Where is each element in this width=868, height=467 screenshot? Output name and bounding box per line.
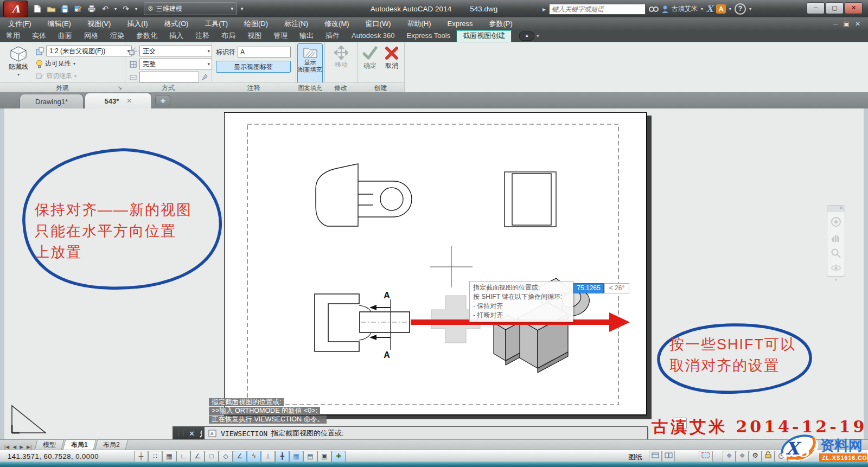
tab-nav-next-icon[interactable]: ▶: [20, 444, 23, 450]
identifier-input[interactable]: [238, 47, 291, 57]
command-close-icon[interactable]: ✕: [189, 430, 195, 438]
paper-model-button[interactable]: 图纸: [628, 452, 642, 462]
redo-button[interactable]: ↷: [120, 3, 132, 15]
a360-icon[interactable]: A: [716, 4, 725, 14]
hidden-lines-button[interactable]: 隐藏线 ▾: [3, 43, 34, 84]
toggle-grid-display[interactable]: ▦: [162, 451, 176, 462]
quick-view-layouts-icon[interactable]: [649, 451, 662, 462]
command-input-area[interactable]: A VIEWSECTION 指定截面视图的位置或:: [205, 427, 647, 439]
ribbon-minimize-icon[interactable]: ▲: [519, 31, 534, 41]
workspace-switcher[interactable]: ⚙ 三维建模 ▾: [144, 2, 237, 15]
projection-combobox[interactable]: 正交 ▾: [139, 46, 212, 56]
ribbon-tab-layout[interactable]: 布局: [215, 30, 241, 42]
quick-view-drawings-icon[interactable]: [662, 451, 675, 462]
toggle-object-snap-tracking[interactable]: ∠: [233, 451, 247, 462]
user-dropdown-icon[interactable]: ▾: [701, 7, 703, 11]
orbit-icon[interactable]: [831, 264, 841, 272]
a360-dropdown-icon[interactable]: ▾: [729, 7, 731, 11]
signed-in-user[interactable]: 古滇艾米: [672, 4, 698, 14]
menu-dimension[interactable]: 标注(N): [276, 17, 316, 30]
toggle-selection-cycling[interactable]: ✚: [331, 451, 346, 462]
help-dropdown-icon[interactable]: ▾: [749, 7, 751, 11]
panel-launcher-icon[interactable]: ↘: [118, 83, 122, 93]
ribbon-tab-solid[interactable]: 实体: [26, 30, 52, 42]
dynamic-input-angle[interactable]: < 26°: [604, 283, 629, 293]
navbar-more-icon[interactable]: ▾: [835, 277, 837, 282]
redo-dropdown-icon[interactable]: ▾: [133, 3, 139, 15]
drawing-canvas[interactable]: A A: [4, 108, 864, 439]
menu-window[interactable]: 窗口(W): [358, 17, 399, 30]
toggle-object-snap[interactable]: □: [205, 451, 219, 462]
tab-layout2[interactable]: 布局2: [95, 439, 129, 450]
depth-pick-icon[interactable]: [201, 73, 209, 81]
menu-insert[interactable]: 插入(I): [119, 17, 156, 30]
ok-button[interactable]: 确定: [359, 43, 381, 84]
menu-draw[interactable]: 绘图(D): [236, 17, 276, 30]
doc-close-icon[interactable]: ✕: [855, 17, 860, 30]
ribbon-tab-express-tools[interactable]: Express Tools: [401, 30, 457, 42]
coordinates-display[interactable]: 141.3571, 60.7528, 0.0000: [8, 452, 99, 460]
ribbon-tab-surface[interactable]: 曲面: [52, 30, 78, 42]
panel-footer-appearance[interactable]: 外观 ↘: [0, 82, 125, 93]
tab-layout1[interactable]: 布局1: [63, 439, 97, 450]
file-tab-drawing1[interactable]: Drawing1*: [20, 94, 84, 108]
menu-file[interactable]: 文件(F): [0, 17, 40, 30]
menu-modify[interactable]: 修改(M): [316, 17, 358, 30]
toggle-ortho-mode[interactable]: ∟: [176, 451, 190, 462]
pan-hand-icon[interactable]: [831, 232, 841, 243]
new-drawing-tab-button[interactable]: ✚: [155, 95, 170, 106]
zoom-icon[interactable]: [831, 248, 841, 259]
workspace-gear-icon[interactable]: ⚙: [749, 451, 762, 462]
open-file-icon[interactable]: [45, 3, 57, 15]
menu-edit[interactable]: 编辑(E): [40, 17, 79, 30]
panel-footer-create[interactable]: 创建: [357, 82, 404, 93]
annotation-visibility-icon[interactable]: ◆: [736, 451, 749, 462]
grip-dots-icon[interactable]: ⋮⋮: [176, 431, 186, 437]
infocenter-expand-icon[interactable]: ▸: [542, 5, 546, 13]
ribbon-tab-view[interactable]: 视图: [241, 30, 267, 42]
toggle-3d-object-snap[interactable]: ◇: [219, 451, 233, 462]
command-line-bar[interactable]: ⋮⋮ ✕ A VIEWSECTION 指定截面视图的位置或:: [173, 426, 648, 439]
command-line-grip[interactable]: ⋮⋮ ✕: [173, 427, 205, 439]
ribbon-tab-render[interactable]: 渲染: [104, 30, 130, 42]
file-tab-543[interactable]: 543* ✕: [85, 93, 152, 108]
ribbon-tab-section-view-creation[interactable]: 截面视图创建: [456, 30, 512, 42]
ribbon-tab-parametric[interactable]: 参数化: [130, 30, 163, 42]
menu-help[interactable]: 帮助(H): [399, 17, 439, 30]
minimize-button[interactable]: ─: [807, 2, 825, 14]
menu-parametric[interactable]: 参数(P): [481, 17, 521, 30]
save-as-icon[interactable]: [72, 3, 84, 15]
panel-footer-hatch[interactable]: 图案填充: [296, 82, 324, 93]
doc-restore-icon[interactable]: ▣: [844, 17, 850, 30]
search-input[interactable]: [549, 4, 646, 15]
panel-footer-method[interactable]: 方式: [125, 82, 212, 93]
ribbon-tab-annotate[interactable]: 注释: [189, 30, 215, 42]
application-menu-button[interactable]: A: [3, 1, 28, 17]
menu-tools[interactable]: 工具(T): [196, 17, 236, 30]
ribbon-minimize-dropdown-icon[interactable]: ▾: [537, 34, 539, 39]
tab-nav-prev-icon[interactable]: ◀: [12, 444, 16, 450]
menu-view[interactable]: 视图(V): [79, 17, 119, 30]
show-hatch-button[interactable]: 显示 图案填充: [297, 43, 323, 84]
help-icon[interactable]: ?: [735, 3, 746, 15]
maximize-button[interactable]: ▢: [826, 2, 844, 14]
paper-sheet[interactable]: A A: [224, 112, 647, 415]
exchange-icon[interactable]: X: [706, 4, 713, 14]
toggle-snap-mode[interactable]: ∷: [148, 451, 162, 462]
ribbon-tab-insert[interactable]: 插入: [163, 30, 189, 42]
section-depth-combobox[interactable]: 完整 ▾: [139, 59, 212, 69]
maximize-viewport-icon[interactable]: [699, 451, 713, 462]
toggle-transparency[interactable]: ▤: [303, 451, 317, 462]
edge-visibility-button[interactable]: 边可见性 ▾: [36, 59, 75, 68]
depth-input[interactable]: [139, 72, 199, 82]
plot-icon[interactable]: [86, 3, 98, 15]
show-view-label-button[interactable]: 显示视图标签: [216, 61, 291, 73]
qat-customize-icon[interactable]: ▾: [239, 3, 245, 15]
ribbon-tab-manage[interactable]: 管理: [267, 30, 293, 42]
tab-nav-last-icon[interactable]: ▶|: [27, 444, 31, 450]
undo-dropdown-icon[interactable]: ▾: [113, 3, 118, 15]
toggle-quick-properties[interactable]: ▣: [317, 451, 331, 462]
ribbon-tab-output[interactable]: 输出: [293, 30, 320, 42]
tab-nav-first-icon[interactable]: |◀: [4, 444, 9, 450]
ribbon-tab-home[interactable]: 常用: [0, 30, 26, 42]
